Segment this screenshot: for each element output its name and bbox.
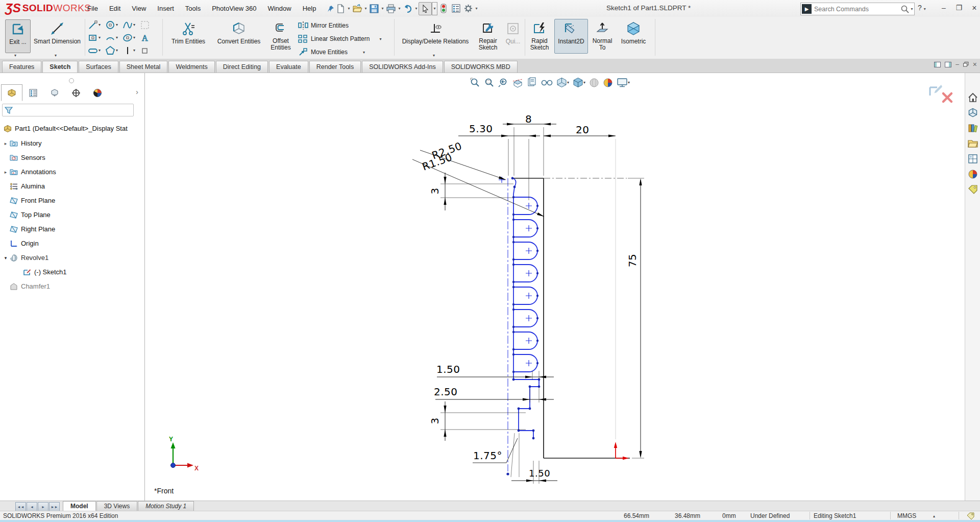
- menu-view[interactable]: View: [126, 0, 152, 17]
- tree-item-material[interactable]: Alumina: [0, 179, 145, 193]
- dim-20[interactable]: 20: [576, 124, 589, 136]
- tab-solidworks-mbd[interactable]: SOLIDWORKS MBD: [444, 61, 518, 73]
- convert-entities-button[interactable]: Convert Entities: [213, 19, 264, 45]
- tag-icon[interactable]: [967, 512, 974, 520]
- dim-2-50[interactable]: 2.50: [434, 386, 458, 398]
- line-tool[interactable]: ▾: [88, 20, 105, 30]
- move-entities-button[interactable]: Move Entities ▾: [298, 48, 365, 57]
- solidworks-resources-icon[interactable]: [968, 108, 978, 118]
- menu-edit[interactable]: Edit: [104, 0, 126, 17]
- minimize-button[interactable]: –: [937, 4, 950, 12]
- spline-tool[interactable]: ▾: [122, 20, 140, 30]
- dim-5-30[interactable]: 5.30: [469, 123, 493, 135]
- tree-item-right-plane[interactable]: Right Plane: [0, 222, 145, 236]
- select-tool[interactable]: [419, 2, 432, 15]
- restore-button[interactable]: ❐: [952, 4, 966, 12]
- tree-root-part[interactable]: Part1 (Default<<Default>_Display Stat: [0, 122, 145, 135]
- options-gear-icon[interactable]: [462, 3, 474, 15]
- rebuild-icon[interactable]: [437, 3, 450, 15]
- tree-item-chamfer1[interactable]: Chamfer1: [0, 279, 145, 293]
- new-document-icon[interactable]: [334, 3, 347, 15]
- smart-dimension-button[interactable]: Smart Dimension: [32, 19, 83, 45]
- model-tab[interactable]: Model: [63, 501, 96, 511]
- doc-minimize-icon[interactable]: –: [955, 61, 959, 68]
- tab-render-tools[interactable]: Render Tools: [309, 61, 361, 73]
- display-relations-dropdown[interactable]: ▾: [433, 53, 435, 58]
- collapse-arrow[interactable]: ▾: [2, 255, 9, 260]
- linear-sketch-pattern-button[interactable]: Linear Sketch Pattern ▾: [298, 34, 381, 43]
- cancel-sketch-icon[interactable]: [941, 91, 953, 104]
- plane-tool[interactable]: [140, 45, 157, 56]
- isometric-button[interactable]: Isometric: [617, 19, 650, 45]
- mirror-entities-button[interactable]: Mirror Entities: [298, 21, 349, 30]
- offset-entities-button[interactable]: OffsetEntities: [267, 19, 294, 51]
- motion-study-tab[interactable]: Motion Study 1: [138, 501, 194, 511]
- tree-item-annotations[interactable]: ▸ A Annotations: [0, 165, 145, 179]
- dynamic-annotation-views-icon[interactable]: [527, 77, 537, 88]
- sketch-centerline[interactable]: [506, 178, 509, 476]
- sketch-canvas[interactable]: Y X: [145, 73, 965, 501]
- menu-tools[interactable]: Tools: [180, 0, 206, 17]
- tab-solidworks-addins[interactable]: SOLIDWORKS Add-Ins: [362, 61, 443, 73]
- tree-item-front-plane[interactable]: Front Plane: [0, 194, 145, 207]
- last-tab-button[interactable]: ►►: [49, 502, 60, 511]
- tree-item-top-plane[interactable]: Top Plane: [0, 208, 145, 222]
- exit-sketch-button[interactable]: Exit ...: [5, 19, 31, 53]
- menu-file[interactable]: File: [82, 0, 104, 17]
- units-label[interactable]: MMGS: [897, 512, 916, 519]
- feature-manager-tab[interactable]: [1, 84, 22, 101]
- tab-weldments[interactable]: Weldments: [168, 61, 214, 73]
- tree-item-origin[interactable]: Origin: [0, 236, 145, 250]
- dim-8[interactable]: 8: [525, 113, 532, 125]
- dim-3-top[interactable]: 3: [429, 187, 441, 194]
- print-icon[interactable]: [385, 3, 397, 15]
- dim-75[interactable]: 75: [626, 254, 639, 267]
- file-explorer-icon[interactable]: [968, 138, 978, 149]
- view-orientation-icon[interactable]: ▾: [556, 77, 569, 88]
- exit-sketch-dropdown[interactable]: ▾: [14, 53, 16, 58]
- slot-tool[interactable]: ▾: [88, 45, 105, 56]
- tree-item-history[interactable]: ▸ History: [0, 136, 145, 150]
- zoom-to-fit-icon[interactable]: [470, 77, 480, 88]
- menu-window[interactable]: Window: [262, 0, 297, 17]
- tab-features[interactable]: Features: [2, 61, 41, 73]
- tab-sheet-metal[interactable]: Sheet Metal: [119, 61, 168, 73]
- tree-item-sensors[interactable]: Sensors: [0, 151, 145, 164]
- menu-help[interactable]: Help: [297, 0, 322, 17]
- view-settings-icon[interactable]: ▾: [617, 77, 630, 88]
- trim-entities-button[interactable]: Trim Entities: [166, 19, 210, 45]
- view-palette-icon[interactable]: [968, 154, 978, 164]
- tree-filter[interactable]: [2, 104, 134, 116]
- dim-3-bottom[interactable]: 3: [429, 417, 441, 424]
- doc-restore-icon[interactable]: [963, 62, 969, 67]
- save-icon[interactable]: [368, 3, 380, 15]
- repair-sketch-button[interactable]: RepairSketch: [475, 19, 501, 51]
- tree-item-revolve1[interactable]: ▾ Revolve1: [0, 251, 145, 265]
- pane-right-icon[interactable]: [945, 62, 951, 67]
- section-view-icon[interactable]: [512, 77, 523, 88]
- panel-expand-chevron[interactable]: ›: [136, 87, 138, 96]
- instant2d-button[interactable]: Instant2D: [554, 19, 588, 54]
- prev-tab-button[interactable]: ◄: [27, 502, 37, 511]
- linear-pattern-dropdown[interactable]: ▾: [379, 37, 381, 41]
- polygon-tool[interactable]: ▾: [105, 45, 122, 56]
- units-dropdown[interactable]: ▴: [933, 514, 935, 518]
- next-tab-button[interactable]: ►: [38, 502, 48, 511]
- normal-to-button[interactable]: NormalTo: [590, 19, 615, 51]
- smart-dimension-dropdown[interactable]: ▾: [55, 53, 57, 58]
- home-icon[interactable]: [968, 92, 978, 103]
- search-scope-icon[interactable]: ▶: [802, 4, 812, 14]
- dimxpert-manager-tab[interactable]: [65, 84, 87, 101]
- circle-tool[interactable]: ▾: [105, 20, 122, 30]
- undo-icon[interactable]: [402, 3, 414, 15]
- menu-photoview[interactable]: PhotoView 360: [206, 0, 262, 17]
- thread-profile-bumps[interactable]: [512, 196, 538, 373]
- dimension-lines[interactable]: [435, 124, 641, 481]
- expand-arrow[interactable]: ▸: [2, 141, 9, 146]
- tree-item-sketch1[interactable]: (-) Sketch1: [0, 265, 145, 279]
- doc-close-icon[interactable]: ×: [973, 60, 977, 68]
- tab-direct-editing[interactable]: Direct Editing: [216, 61, 268, 73]
- tab-surfaces[interactable]: Surfaces: [79, 61, 118, 73]
- expand-arrow[interactable]: ▸: [2, 170, 9, 175]
- hide-show-items-icon[interactable]: [541, 77, 553, 88]
